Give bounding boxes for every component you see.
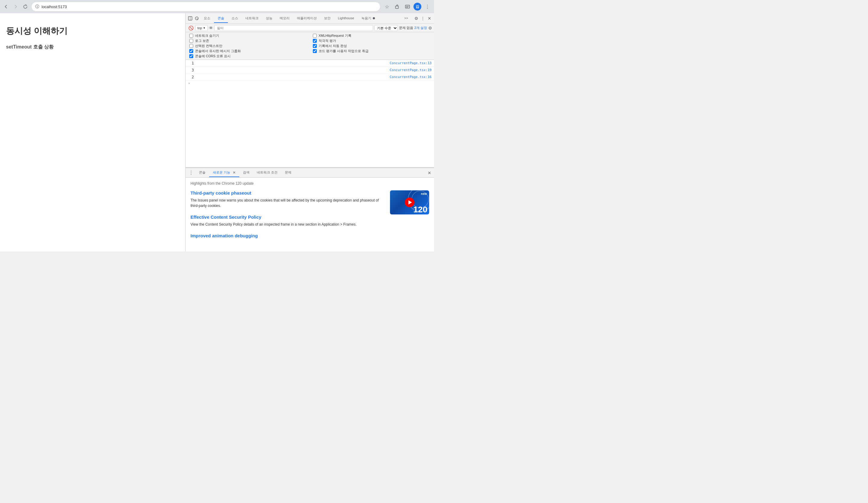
console-entry-0: 1 ConcurrentPage.tsx:13	[186, 60, 434, 67]
console-entry-1: 3 ConcurrentPage.tsx:19	[186, 67, 434, 74]
option-code-eval[interactable]: 코드 평가를 사용자 작업으로 취급	[313, 49, 431, 53]
option-cors-errors[interactable]: 콘솔에 CORS 오류 표시	[189, 54, 307, 59]
bottom-tabs: ⋮ 콘솔 새로운 기능 ✕ 검색 네트워크 조건 문제	[186, 168, 434, 178]
console-value-0: 1	[192, 61, 198, 66]
tab-console[interactable]: 콘솔	[214, 14, 228, 23]
console-link-1[interactable]: ConcurrentPage.tsx:19	[390, 67, 432, 73]
devtools-settings-button[interactable]: ⚙	[413, 15, 420, 22]
page-content: 동시성 이해하기 setTimeout 호출 상황	[0, 13, 185, 251]
console-settings-icon[interactable]: ⚙	[428, 25, 432, 30]
console-expand-arrow[interactable]: ›	[186, 81, 434, 86]
tab-memory[interactable]: 메모리	[276, 14, 293, 23]
whatsnew-content: Highlights from the Chrome 120 update Th…	[186, 178, 434, 251]
option-network-hide-checkbox[interactable]	[189, 34, 193, 38]
toolbar-actions: ☆ 김 ⋮	[383, 2, 432, 11]
tab-security[interactable]: 보안	[320, 14, 334, 23]
option-cors-errors-checkbox[interactable]	[189, 54, 193, 58]
youtube-thumbnail[interactable]: new 120	[390, 190, 429, 220]
whatsnew-close-icon[interactable]: ✕	[233, 170, 236, 175]
option-selected-context[interactable]: 선택된 컨텍스트만	[189, 44, 307, 48]
devtools-command-menu[interactable]	[194, 15, 200, 22]
whatsnew-header: Highlights from the Chrome 120 update	[190, 181, 429, 186]
tab-more[interactable]: >>	[401, 14, 412, 22]
context-selector[interactable]: top ▼	[195, 25, 208, 31]
bottom-menu-icon[interactable]: ⋮	[187, 170, 195, 176]
console-link-0[interactable]: ConcurrentPage.tsx:13	[390, 61, 432, 66]
console-output: 1 ConcurrentPage.tsx:13 3 ConcurrentPage…	[186, 60, 434, 167]
reload-button[interactable]	[22, 3, 29, 10]
console-options: 네트워크 숨기기 XMLHttpRequest 기록 로그 보존 적극적 평가 …	[186, 32, 434, 60]
svg-line-5	[197, 18, 198, 19]
feature-cookie: Third-party cookie phaseout The Issues p…	[190, 190, 385, 208]
devtools-more-options-button[interactable]: ⋮	[420, 15, 426, 22]
option-group-similar[interactable]: 콘솔에서 유사한 메시지 그룹화	[189, 49, 307, 53]
bottom-panel: ⋮ 콘솔 새로운 기능 ✕ 검색 네트워크 조건 문제	[186, 167, 434, 251]
tab-elements[interactable]: 요소	[200, 14, 214, 23]
context-dropdown-arrow: ▼	[203, 27, 206, 30]
clear-console-button[interactable]: 🚫	[187, 25, 194, 31]
eye-icon[interactable]: 👁	[209, 25, 213, 30]
devtools-panel: 요소 콘솔 소스 네트워크 성능 메모리 애플리케이션	[185, 13, 434, 251]
option-xmlhttp-checkbox[interactable]	[313, 34, 317, 38]
tab-application[interactable]: 애플리케이션	[293, 14, 320, 23]
whatsnew-text: Third-party cookie phaseout The Issues p…	[190, 190, 385, 244]
issues-label: 문제 없음	[399, 25, 413, 30]
option-eager-eval[interactable]: 적극적 평가	[313, 39, 431, 43]
option-selected-context-checkbox[interactable]	[189, 44, 193, 48]
bottom-tab-whatsnew[interactable]: 새로운 기능 ✕	[209, 168, 239, 177]
bottom-close-button[interactable]: ✕	[426, 170, 433, 176]
browser-chrome: ⓘ localhost:5173 ☆ 김 ⋮ 동시성 이해하기 setTimeo…	[0, 0, 434, 251]
profile-avatar[interactable]: 김	[413, 3, 421, 11]
console-filter-input[interactable]	[214, 25, 373, 31]
page-title: 동시성 이해하기	[6, 25, 179, 37]
option-network-hide[interactable]: 네트워크 숨기기	[189, 33, 307, 38]
whatsnew-features: Third-party cookie phaseout The Issues p…	[190, 190, 429, 244]
option-log-preserve-checkbox[interactable]	[189, 39, 193, 43]
devtools-layout-toggle[interactable]	[187, 15, 194, 22]
option-log-preserve[interactable]: 로그 보존	[189, 39, 307, 43]
issues-count: 2개 설정	[414, 25, 427, 30]
tab-search-button[interactable]	[403, 2, 412, 11]
devtools-close-button[interactable]: ✕	[426, 15, 433, 22]
option-autocomplete[interactable]: 기록에서 자동 완성	[313, 44, 431, 48]
bottom-tab-console[interactable]: 콘솔	[195, 168, 209, 177]
console-value-1: 3	[192, 67, 198, 73]
tab-recorder[interactable]: 녹음기 ⏺	[358, 14, 379, 23]
option-code-eval-checkbox[interactable]	[313, 49, 317, 53]
option-autocomplete-checkbox[interactable]	[313, 44, 317, 48]
tab-sources[interactable]: 소스	[228, 14, 242, 23]
console-value-2: 2	[192, 74, 198, 80]
log-level-select[interactable]: 기본 수준	[374, 25, 398, 31]
page-subtitle: setTimeout 호출 상황	[6, 44, 179, 50]
console-entry-2: 2 ConcurrentPage.tsx:16	[186, 74, 434, 81]
bottom-tab-network-conditions[interactable]: 네트워크 조건	[253, 168, 281, 177]
option-xmlhttp[interactable]: XMLHttpRequest 기록	[313, 33, 431, 38]
svg-rect-1	[405, 5, 410, 8]
bookmark-button[interactable]: ☆	[383, 2, 391, 11]
tab-lighthouse[interactable]: Lighthouse	[334, 14, 358, 22]
bottom-tab-search[interactable]: 검색	[239, 168, 253, 177]
feature-animation: Improved animation debugging	[190, 233, 385, 239]
lock-icon: ⓘ	[35, 4, 39, 9]
feature-cookie-title[interactable]: Third-party cookie phaseout	[190, 190, 251, 196]
thumbnail-bg: new 120	[390, 190, 429, 214]
bottom-tab-issues[interactable]: 문제	[281, 168, 295, 177]
play-button[interactable]	[405, 198, 414, 207]
svg-rect-0	[395, 6, 399, 8]
option-group-similar-checkbox[interactable]	[189, 49, 193, 53]
feature-animation-title[interactable]: Improved animation debugging	[190, 233, 258, 238]
chrome-menu-button[interactable]: ⋮	[423, 2, 432, 11]
feature-csp-desc: View the Content Security Policy details…	[190, 222, 385, 227]
option-eager-eval-checkbox[interactable]	[313, 39, 317, 43]
console-link-2[interactable]: ConcurrentPage.tsx:16	[390, 74, 432, 80]
thumbnail-new-label: new	[421, 192, 427, 196]
extension-button[interactable]	[393, 2, 402, 11]
feature-csp-title[interactable]: Effective Content Security Policy	[190, 214, 261, 220]
thumbnail-version: 120	[413, 206, 427, 214]
back-button[interactable]	[2, 3, 10, 10]
feature-csp: Effective Content Security Policy View t…	[190, 214, 385, 227]
address-bar[interactable]: ⓘ localhost:5173	[31, 2, 380, 11]
tab-performance[interactable]: 성능	[262, 14, 276, 23]
forward-button[interactable]	[12, 3, 19, 10]
tab-network[interactable]: 네트워크	[242, 14, 262, 23]
